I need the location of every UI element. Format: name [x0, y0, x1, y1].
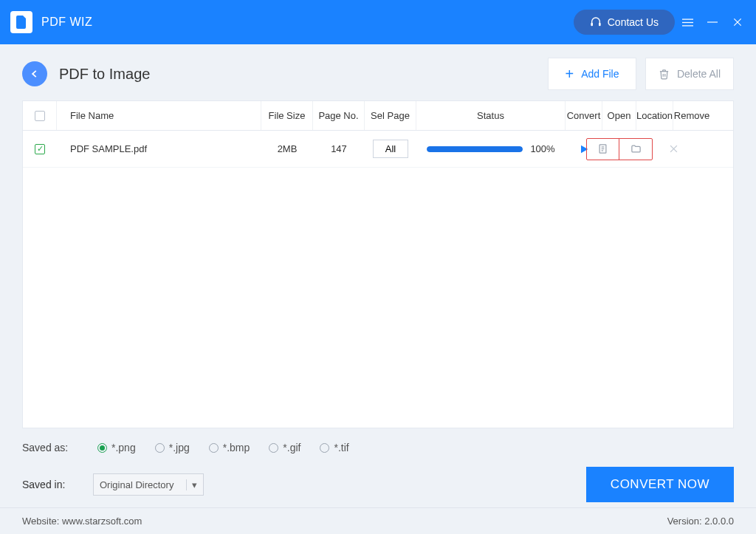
svg-rect-3 — [682, 21, 693, 22]
progress-bar — [427, 146, 523, 152]
format-png-radio[interactable]: *.png — [97, 442, 136, 453]
svg-rect-5 — [707, 21, 718, 22]
progress-fill — [427, 146, 523, 152]
saved-in-dropdown[interactable]: Original Directory ▾ — [93, 473, 204, 496]
col-header-remove: Remove — [673, 101, 710, 130]
add-file-button[interactable]: + Add File — [548, 58, 636, 90]
website-value[interactable]: www.starzsoft.com — [62, 516, 142, 527]
row-pages: 147 — [313, 131, 365, 167]
svg-rect-4 — [682, 25, 693, 26]
page-title: PDF to Image — [59, 66, 150, 83]
open-file-button[interactable] — [587, 139, 619, 160]
col-header-convert: Convert — [566, 101, 602, 130]
table-header: File Name File Size Page No. Sel Page St… — [23, 101, 733, 131]
row-filesize: 2MB — [261, 131, 313, 167]
col-header-filesize: File Size — [261, 101, 313, 130]
sel-page-button[interactable]: All — [373, 140, 408, 158]
footer: Website: www.starzsoft.com Version: 2.0.… — [0, 507, 756, 534]
svg-rect-2 — [682, 18, 693, 19]
svg-rect-0 — [591, 23, 593, 27]
col-header-selpage: Sel Page — [365, 101, 416, 130]
row-checkbox[interactable] — [35, 144, 45, 154]
version-label: Version: — [667, 516, 702, 527]
plus-icon: + — [565, 66, 574, 81]
close-button[interactable] — [725, 0, 750, 44]
table-row: PDF SAMPLE.pdf 2MB 147 All 100% — [23, 131, 733, 168]
title-bar: PDF WIZ Contact Us — [0, 0, 756, 44]
trash-icon — [659, 69, 670, 80]
row-filename: PDF SAMPLE.pdf — [57, 131, 261, 167]
saved-in-label: Saved in: — [22, 479, 78, 490]
convert-now-button[interactable]: CONVERT NOW — [586, 467, 734, 502]
saved-as-row: Saved as: *.png *.jpg *.bmp *.gif *.tif — [0, 428, 756, 453]
format-jpg-radio[interactable]: *.jpg — [155, 442, 190, 453]
saved-in-value: Original Directory — [100, 479, 173, 490]
headset-icon — [590, 16, 602, 28]
saved-in-row: Saved in: Original Directory ▾ CONVERT N… — [0, 453, 756, 502]
col-header-pageno: Page No. — [313, 101, 365, 130]
add-file-label: Add File — [581, 68, 619, 80]
svg-rect-1 — [599, 23, 601, 27]
col-header-filename: File Name — [57, 101, 261, 130]
menu-button[interactable] — [675, 0, 700, 44]
progress-label: 100% — [530, 143, 554, 154]
toolbar: PDF to Image + Add File Delete All — [0, 44, 756, 100]
format-tif-radio[interactable]: *.tif — [320, 442, 348, 453]
remove-row-button[interactable] — [668, 143, 679, 154]
app-logo — [10, 11, 32, 33]
website-label: Website: — [22, 516, 59, 527]
version-value: 2.0.0.0 — [704, 516, 734, 527]
chevron-down-icon: ▾ — [186, 479, 197, 490]
col-header-status: Status — [416, 101, 566, 130]
file-table: File Name File Size Page No. Sel Page St… — [22, 100, 734, 428]
saved-as-label: Saved as: — [22, 442, 78, 453]
col-header-open: Open — [602, 101, 636, 130]
contact-us-button[interactable]: Contact Us — [574, 10, 675, 35]
format-bmp-radio[interactable]: *.bmp — [209, 442, 250, 453]
delete-all-label: Delete All — [677, 68, 721, 80]
contact-us-label: Contact Us — [608, 16, 659, 28]
back-button[interactable] — [22, 61, 47, 86]
app-name: PDF WIZ — [41, 16, 92, 29]
minimize-button[interactable] — [700, 0, 725, 44]
select-all-checkbox[interactable] — [35, 111, 45, 121]
delete-all-button[interactable]: Delete All — [645, 58, 734, 90]
format-gif-radio[interactable]: *.gif — [269, 442, 300, 453]
col-header-location: Location — [636, 101, 673, 130]
